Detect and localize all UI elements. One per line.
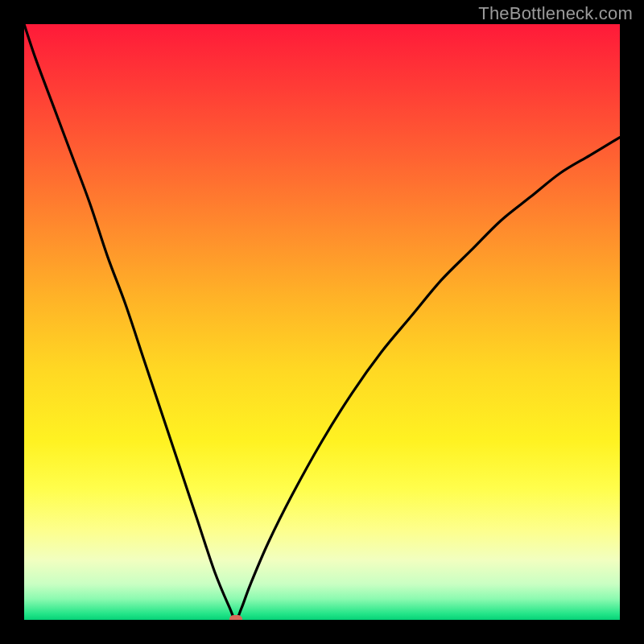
bottleneck-curve bbox=[24, 24, 620, 620]
plot-area bbox=[24, 24, 620, 620]
chart-frame: TheBottleneck.com bbox=[0, 0, 644, 644]
optimal-marker bbox=[229, 615, 242, 620]
watermark-text: TheBottleneck.com bbox=[478, 3, 633, 24]
